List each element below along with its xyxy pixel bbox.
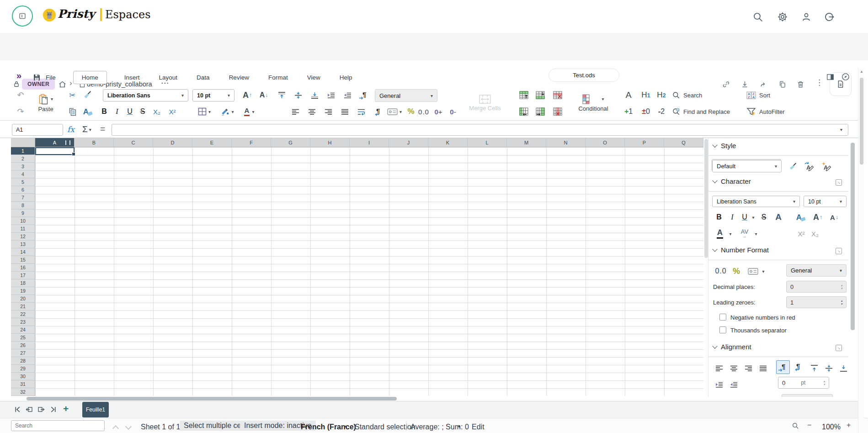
delete-decimal-place-icon[interactable]: 0- <box>446 104 460 119</box>
column-resize-grip[interactable] <box>65 140 70 145</box>
highlight-color-button[interactable]: ▾ <box>217 104 238 119</box>
underline-button[interactable]: U <box>123 104 136 119</box>
indent-stepper[interactable]: 0 pt ▴▾ <box>778 377 829 389</box>
strikethrough-button[interactable]: S <box>136 104 149 119</box>
undo-icon[interactable]: ↶ <box>14 87 27 103</box>
logout-icon[interactable] <box>823 11 835 23</box>
row-header-4[interactable]: 4 <box>11 171 35 178</box>
redo-icon[interactable]: ↷ <box>14 104 27 119</box>
row-header-5[interactable]: 5 <box>11 178 35 186</box>
row-header-10[interactable]: 10 <box>11 217 35 225</box>
row-header-20[interactable]: 20 <box>11 295 35 303</box>
font-size-select[interactable]: 10 pt ▾ <box>192 89 234 102</box>
clone-formatting-sidebar-icon[interactable] <box>785 160 800 173</box>
align-right-icon[interactable] <box>321 104 335 119</box>
row-header-32[interactable]: 32 <box>11 388 35 396</box>
formula-input[interactable] <box>112 124 848 136</box>
sidebar-align-right-icon[interactable] <box>741 361 755 375</box>
superscript-button[interactable]: X² <box>165 104 180 119</box>
clear-formatting-icon[interactable]: A <box>80 104 96 119</box>
select-all-corner[interactable] <box>11 138 35 147</box>
sum-button[interactable]: Σ ▾ <box>82 124 91 134</box>
window-scrollbar[interactable]: ▲ <box>858 68 864 433</box>
column-header-N[interactable]: N <box>546 138 586 147</box>
column-header-A[interactable]: A <box>35 138 75 147</box>
sidebar-center-vertically-icon[interactable] <box>822 361 836 375</box>
decimal-format-icon[interactable]: 0.0 <box>417 104 431 119</box>
character-spacing-icon[interactable]: AV↔ <box>737 227 752 241</box>
align-justify-icon[interactable] <box>337 104 352 119</box>
search-button[interactable]: Search <box>672 87 740 103</box>
delete-columns-icon[interactable] <box>550 104 565 119</box>
column-header-K[interactable]: K <box>428 138 468 147</box>
new-style-icon[interactable]: A <box>818 160 835 173</box>
column-header-I[interactable]: I <box>350 138 389 147</box>
row-header-2[interactable]: 2 <box>11 155 35 163</box>
row-header-22[interactable]: 22 <box>11 310 35 318</box>
sidebar-currency-dropdown-icon[interactable]: ▾ <box>761 264 766 278</box>
row-header-18[interactable]: 18 <box>11 279 35 287</box>
last-sheet-icon[interactable] <box>48 405 58 414</box>
style-select[interactable]: Default ▾ <box>712 160 782 172</box>
column-header-P[interactable]: P <box>625 138 664 147</box>
stepper-arrows-icon[interactable]: ▴▾ <box>841 299 842 306</box>
insert-rows-above-icon[interactable] <box>517 87 531 103</box>
menu-insert[interactable]: Insert <box>122 71 142 84</box>
sidebar-align-top-icon[interactable] <box>807 361 821 375</box>
sidebar-section-style[interactable]: Style <box>713 142 736 150</box>
row-header-19[interactable]: 19 <box>11 287 35 295</box>
menu-format[interactable]: Format <box>266 71 290 84</box>
sidebar-section-number-format[interactable]: Number Format <box>713 246 769 254</box>
row-header-28[interactable]: 28 <box>11 357 35 365</box>
sidebar-superscript-button[interactable]: X² <box>794 227 808 241</box>
sidebar-italic-button[interactable]: I <box>727 210 738 224</box>
column-headers[interactable]: ABCDEFGHIJKLMNOPQ <box>35 138 703 147</box>
row-header-21[interactable]: 21 <box>11 303 35 310</box>
number-style-negative-icon[interactable]: -2 <box>654 104 669 119</box>
row-header-17[interactable]: 17 <box>11 272 35 279</box>
sidebar-percent-format-icon[interactable]: % <box>730 264 742 278</box>
column-header-L[interactable]: L <box>468 138 507 147</box>
row-header-27[interactable]: 27 <box>11 349 35 357</box>
wrap-text-icon[interactable] <box>354 104 368 119</box>
paste-dropdown-icon[interactable]: ▾ <box>51 96 53 102</box>
character-spacing-dropdown-icon[interactable]: ▾ <box>753 227 759 241</box>
autofilter-button[interactable]: AutoFilter <box>746 104 810 119</box>
search-icon[interactable] <box>752 11 764 23</box>
decimal-places-stepper[interactable]: 0 ▴▾ <box>786 281 847 293</box>
row-header-9[interactable]: 9 <box>11 209 35 217</box>
menu-help[interactable]: Help <box>338 71 354 84</box>
conditional-formatting-button[interactable]: ▾ Conditional <box>570 87 617 118</box>
thousands-separator-checkbox[interactable] <box>719 326 726 333</box>
stepper-arrows-icon[interactable]: ▴▾ <box>841 283 842 290</box>
sidebar-decrease-indent-icon[interactable] <box>727 378 740 391</box>
menu-data[interactable]: Data <box>195 71 212 84</box>
zoom-in-button[interactable]: + <box>847 421 851 429</box>
zoom-status-icon[interactable] <box>791 421 800 430</box>
character-more-options-icon[interactable]: ↘ <box>836 179 842 186</box>
column-header-G[interactable]: G <box>271 138 310 147</box>
menu-view[interactable]: View <box>305 71 322 84</box>
sidebar-grow-font-icon[interactable]: A↑ <box>810 210 825 224</box>
horizontal-scrollbar[interactable] <box>27 397 397 401</box>
column-header-B[interactable]: B <box>75 138 114 147</box>
equals-button[interactable]: = <box>100 124 105 134</box>
text-direction-rtl-icon[interactable]: ¶ <box>370 104 385 119</box>
grow-font-icon[interactable]: A↑ <box>240 87 255 103</box>
row-header-25[interactable]: 25 <box>11 334 35 342</box>
number-style-positive-icon[interactable]: +1 <box>622 104 635 119</box>
row-header-15[interactable]: 15 <box>11 256 35 264</box>
scroll-up-icon[interactable]: ▲ <box>860 69 863 74</box>
sort-button[interactable]: AZZA Sort <box>746 87 806 103</box>
row-header-12[interactable]: 12 <box>11 233 35 241</box>
language-status[interactable]: French (France) <box>301 423 356 431</box>
menu-layout[interactable]: Layout <box>157 71 180 84</box>
column-header-F[interactable]: F <box>232 138 271 147</box>
insert-rows-below-icon[interactable] <box>533 87 548 103</box>
row-header-1[interactable]: 1 <box>11 147 35 155</box>
shrink-font-icon[interactable]: A↓ <box>256 87 271 103</box>
sidebar-align-bottom-icon[interactable] <box>836 361 849 375</box>
bold-button[interactable]: B <box>98 104 111 119</box>
borders-button[interactable]: ▾ <box>194 104 215 119</box>
row-header-31[interactable]: 31 <box>11 380 35 388</box>
